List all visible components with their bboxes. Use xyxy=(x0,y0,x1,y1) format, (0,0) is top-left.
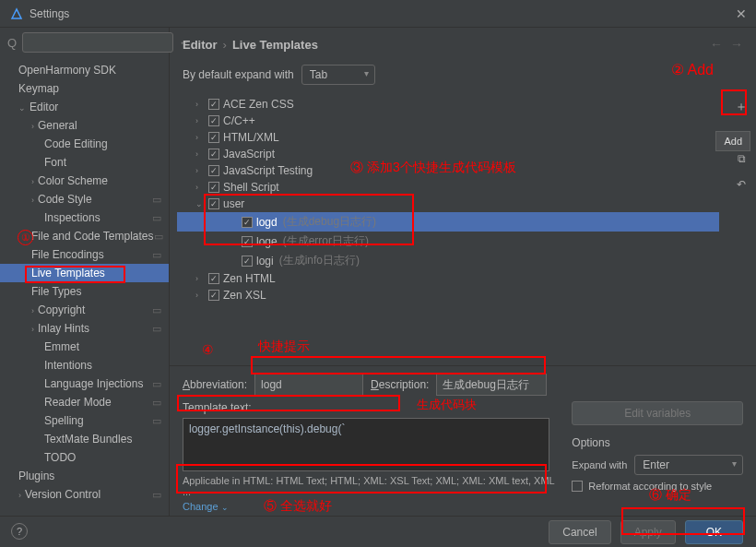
expand-dropdown[interactable]: Tab xyxy=(301,65,375,85)
scope-icon: ▭ xyxy=(152,489,161,501)
template-item[interactable]: ›ACE Zen CSS xyxy=(177,96,719,113)
template-item[interactable]: logi (生成info日志行) xyxy=(177,251,719,270)
scope-icon: ▭ xyxy=(152,304,161,316)
checkbox[interactable] xyxy=(208,198,219,209)
scope-icon: ▭ xyxy=(152,249,161,261)
template-item[interactable]: ›Shell Script xyxy=(177,179,719,196)
sidebar-item[interactable]: Inspections▭ xyxy=(0,208,169,227)
sidebar-item[interactable]: Reader Mode▭ xyxy=(0,393,169,411)
sidebar-item[interactable]: Language Injections▭ xyxy=(0,375,169,393)
sidebar-item[interactable]: ›General xyxy=(0,116,169,135)
sidebar-item[interactable]: Plugins xyxy=(0,467,169,485)
expand-with-dropdown[interactable]: Enter xyxy=(634,455,743,475)
scope-icon: ▭ xyxy=(152,323,161,335)
checkbox[interactable] xyxy=(208,99,219,110)
sidebar-item[interactable]: Live Templates xyxy=(0,264,169,282)
desc-label: Description: xyxy=(371,378,429,391)
apply-button[interactable]: Apply xyxy=(620,520,676,544)
window-title: Settings xyxy=(30,7,69,20)
add-button[interactable]: ＋ xyxy=(730,96,752,118)
checkbox[interactable] xyxy=(242,236,253,247)
template-tree[interactable]: ›ACE Zen CSS›C/C++›HTML/XML›JavaScript›J… xyxy=(170,92,726,365)
reformat-label: Reformat according to style xyxy=(588,481,712,492)
template-text-area[interactable]: logger.getInstance(this).debug(` xyxy=(183,418,549,471)
sidebar-item[interactable]: Keymap xyxy=(0,79,169,98)
checkbox[interactable] xyxy=(208,290,219,301)
sidebar-item[interactable]: TextMate Bundles xyxy=(0,430,169,448)
sidebar-item[interactable]: ⌄Editor xyxy=(0,98,169,116)
revert-button[interactable]: ↶ xyxy=(730,173,752,196)
scope-icon: ▭ xyxy=(152,397,161,409)
sidebar-item[interactable]: Emmet xyxy=(0,338,169,356)
search-icon: Q xyxy=(7,36,17,50)
checkbox[interactable] xyxy=(242,256,253,267)
search-input[interactable] xyxy=(22,32,173,53)
sidebar-item[interactable]: Intentions xyxy=(0,356,169,375)
scope-icon: ▭ xyxy=(152,194,161,206)
template-item[interactable]: ›HTML/XML xyxy=(177,129,719,146)
checkbox[interactable] xyxy=(208,149,219,160)
scope-icon: ▭ xyxy=(152,378,161,390)
sidebar-item[interactable]: File Types xyxy=(0,282,169,301)
template-item[interactable]: loge (生成error日志行) xyxy=(177,232,719,251)
nav-forward-icon[interactable]: → xyxy=(730,37,743,52)
sidebar-item[interactable]: ›Inlay Hints▭ xyxy=(0,319,169,338)
sidebar-item[interactable]: ›Version Control▭ xyxy=(0,485,169,504)
sidebar-item[interactable]: ›Code Style▭ xyxy=(0,190,169,208)
expand-label: By default expand with xyxy=(183,68,294,81)
sidebar-item[interactable]: TODO xyxy=(0,448,169,467)
abbr-input[interactable] xyxy=(254,374,363,396)
checkbox[interactable] xyxy=(242,217,253,228)
options-label: Options xyxy=(572,436,743,449)
edit-variables-button[interactable]: Edit variables xyxy=(572,401,743,425)
help-icon[interactable]: ? xyxy=(11,523,28,540)
applicable-text: Applicable in HTML: HTML Text; HTML; XML… xyxy=(183,475,561,497)
scope-icon: ▭ xyxy=(152,415,161,427)
sidebar-item[interactable]: File Encodings▭ xyxy=(0,245,169,264)
sidebar-item[interactable]: ›Color Scheme xyxy=(0,172,169,190)
sidebar-item[interactable]: OpenHarmony SDK xyxy=(0,61,169,79)
ok-button[interactable]: OK xyxy=(685,520,743,544)
breadcrumb-parent[interactable]: Editor xyxy=(183,38,218,52)
sidebar-item[interactable]: Spelling▭ xyxy=(0,411,169,430)
app-logo xyxy=(9,6,24,21)
scope-icon: ▭ xyxy=(152,212,161,224)
template-item[interactable]: ›Zen HTML xyxy=(177,270,719,287)
checkbox[interactable] xyxy=(208,165,219,176)
scope-icon: ▭ xyxy=(154,231,163,243)
change-link[interactable]: Change ⌄ xyxy=(183,501,561,512)
desc-input[interactable] xyxy=(436,374,547,396)
template-item[interactable]: ›C/C++ xyxy=(177,113,719,129)
close-icon[interactable]: ✕ xyxy=(736,6,747,21)
breadcrumb-current: Live Templates xyxy=(232,38,318,52)
reformat-checkbox[interactable] xyxy=(572,481,583,492)
template-item[interactable]: ›JavaScript Testing xyxy=(177,162,719,179)
cancel-button[interactable]: Cancel xyxy=(549,520,610,544)
abbr-label: Abbreviation: xyxy=(183,378,247,391)
sidebar-item[interactable]: ›Copyright▭ xyxy=(0,301,169,319)
nav-back-icon[interactable]: ← xyxy=(710,37,723,52)
sidebar-item[interactable]: File and Code Templates▭ xyxy=(0,227,169,245)
template-item[interactable]: ⌄user xyxy=(177,196,719,212)
add-tooltip: Add xyxy=(715,131,750,151)
template-item[interactable]: logd (生成debug日志行) xyxy=(177,212,719,232)
expand-with-label: Expand with xyxy=(572,459,627,470)
settings-tree[interactable]: OpenHarmony SDKKeymap⌄Editor›GeneralCode… xyxy=(0,57,169,516)
template-item[interactable]: ›Zen XSL xyxy=(177,287,719,303)
sidebar-item[interactable]: Code Editing xyxy=(0,135,169,153)
checkbox[interactable] xyxy=(208,182,219,193)
breadcrumb-sep: › xyxy=(223,38,227,52)
template-item[interactable]: ›JavaScript xyxy=(177,146,719,162)
checkbox[interactable] xyxy=(208,273,219,284)
checkbox[interactable] xyxy=(208,132,219,143)
template-text-label: Template text: xyxy=(183,401,561,414)
checkbox[interactable] xyxy=(208,115,219,126)
sidebar-item[interactable]: Font xyxy=(0,153,169,172)
